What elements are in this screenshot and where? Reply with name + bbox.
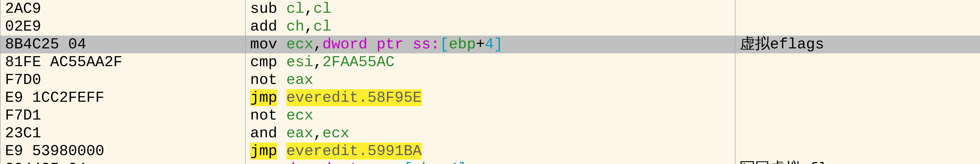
instruction-cell: jmp everedit.58F95E — [245, 89, 735, 107]
bracket-open: [ — [440, 36, 449, 53]
symbol: everedit.5991BA — [286, 143, 422, 159]
sep: , — [467, 160, 476, 164]
instruction-cell: not eax — [245, 71, 735, 89]
instruction-cell: and eax,ecx — [245, 125, 735, 142]
mnemonic: sub — [250, 0, 286, 17]
register: ebp — [449, 36, 476, 53]
mnemonic: not — [250, 107, 286, 124]
disasm-row[interactable]: 8B4C25 04mov ecx,dword ptr ss:[ebp+4]虚拟e… — [0, 36, 980, 54]
disasm-row[interactable]: F7D0not eax — [0, 71, 980, 89]
mnemonic: cmp — [250, 54, 286, 71]
operator: + — [440, 160, 449, 164]
disasm-row[interactable]: 23C1and eax,ecx — [0, 125, 980, 142]
mnemonic: mov — [250, 160, 286, 164]
comment-cell[interactable] — [735, 71, 980, 89]
bytes-cell: 02E9 — [0, 18, 245, 36]
mnemonic: mov — [250, 36, 286, 53]
register: ecx — [322, 125, 349, 142]
bytes-cell: F7D1 — [0, 107, 245, 125]
instruction-cell: not ecx — [245, 107, 735, 125]
bytes-cell: 894425 04 — [0, 160, 245, 164]
disasm-row[interactable]: E9 53980000jmp everedit.5991BA — [0, 142, 980, 160]
bracket-open: [ — [404, 160, 412, 164]
disasm-row[interactable]: 02E9add ch,cl — [0, 18, 980, 36]
comment-cell[interactable] — [735, 0, 980, 18]
disasm-row[interactable]: 894425 04mov dword ptr ss:[ebp+4],eax写回虚… — [0, 160, 980, 164]
sep: , — [313, 36, 322, 53]
size-spec: dword ptr — [286, 160, 377, 164]
register: cl — [313, 18, 331, 35]
comment-cell[interactable] — [735, 107, 980, 125]
comment-cell[interactable] — [735, 142, 980, 160]
register: eax — [476, 160, 503, 164]
bytes-cell: 2AC9 — [0, 0, 245, 18]
displacement: 4 — [485, 36, 494, 53]
bytes-cell: 8B4C25 04 — [0, 36, 245, 54]
register: ecx — [286, 36, 313, 53]
bytes-cell: E9 1CC2FEFF — [0, 89, 245, 107]
disasm-row[interactable]: E9 1CC2FEFFjmp everedit.58F95E — [0, 89, 980, 107]
immediate: 2FAA55AC — [322, 54, 395, 71]
mnemonic-jmp: jmp — [250, 89, 277, 106]
operator: + — [476, 36, 485, 53]
comment-cell[interactable] — [735, 54, 980, 71]
register: cl — [286, 0, 304, 17]
symbol: everedit.58F95E — [286, 89, 422, 106]
bytes-cell: E9 53980000 — [0, 142, 245, 160]
comment-cell[interactable] — [735, 89, 980, 107]
mnemonic-jmp: jmp — [250, 143, 277, 159]
register: ecx — [286, 107, 313, 124]
comment-cell[interactable] — [735, 125, 980, 142]
instruction-cell: jmp everedit.5991BA — [245, 142, 735, 160]
segment: ss: — [377, 160, 404, 164]
segment: ss: — [412, 36, 439, 53]
bytes-cell: F7D0 — [0, 71, 245, 89]
register: cl — [313, 0, 331, 17]
register: eax — [286, 125, 313, 142]
register: ebp — [412, 160, 439, 164]
disasm-row[interactable]: 81FE AC55AA2Fcmp esi,2FAA55AC — [0, 54, 980, 71]
sep: , — [304, 18, 313, 35]
disasm-row[interactable]: F7D1not ecx — [0, 107, 980, 125]
register: esi — [286, 54, 313, 71]
disassembly-table[interactable]: 2AC9sub cl,cl02E9add ch,cl8B4C25 04mov e… — [0, 0, 980, 164]
displacement: 4 — [449, 160, 458, 164]
mnemonic: and — [250, 125, 286, 142]
mnemonic: not — [250, 71, 286, 88]
mnemonic: add — [250, 18, 286, 35]
comment-cell[interactable]: 虚拟eflags — [735, 36, 980, 54]
sep: , — [313, 54, 322, 71]
bracket-close: ] — [494, 36, 503, 53]
bytes-cell: 81FE AC55AA2F — [0, 54, 245, 71]
register: eax — [286, 71, 313, 88]
instruction-cell: cmp esi,2FAA55AC — [245, 54, 735, 71]
instruction-cell: add ch,cl — [245, 18, 735, 36]
comment-cell[interactable] — [735, 18, 980, 36]
register: ch — [286, 18, 304, 35]
instruction-cell: sub cl,cl — [245, 0, 735, 18]
disasm-row[interactable]: 2AC9sub cl,cl — [0, 0, 980, 18]
comment-cell[interactable]: 写回虚拟eflags — [735, 160, 980, 164]
instruction-cell: mov ecx,dword ptr ss:[ebp+4] — [245, 36, 735, 54]
bracket-close: ] — [458, 160, 466, 164]
sep: , — [304, 0, 313, 17]
instruction-cell: mov dword ptr ss:[ebp+4],eax — [245, 160, 735, 164]
size-spec: dword ptr — [322, 36, 412, 53]
bytes-cell: 23C1 — [0, 125, 245, 142]
sep: , — [313, 125, 322, 142]
